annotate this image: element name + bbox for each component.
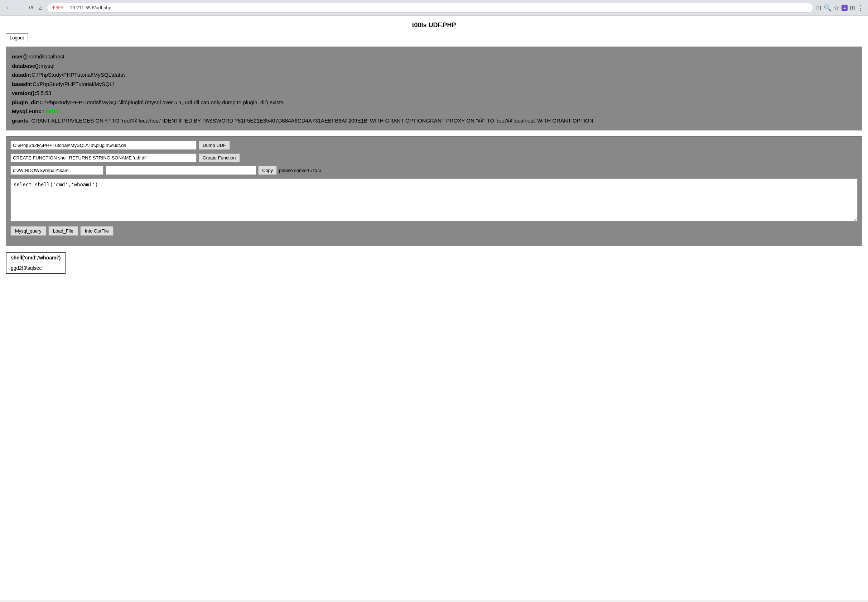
page-title: t00ls UDF.PHP [6, 22, 862, 29]
url-display: 10.211.55.6/udf.php [70, 5, 111, 11]
datadir-value: C:\PhpStudy\PHPTutorial\MySQL\data\ [32, 72, 125, 78]
load-file-button[interactable]: Load_File [48, 226, 78, 236]
mysql-func-value: exist! [46, 108, 60, 114]
star-icon[interactable]: ☆ [834, 4, 839, 12]
browser-actions: ⊡ 🔍 ☆ 4 ⊞ ⋮ [816, 4, 864, 12]
forward-button[interactable]: → [16, 4, 24, 12]
copy-src-input[interactable] [11, 166, 104, 175]
menu-icon[interactable]: ⋮ [857, 4, 864, 12]
tool-panel: Dump UDF Create Function Copy please con… [6, 136, 862, 246]
version-label: version(): [12, 90, 36, 96]
create-function-button[interactable]: Create Function [199, 154, 240, 162]
zoom-icon[interactable]: 🔍 [824, 4, 831, 12]
copy-dest-input[interactable] [106, 166, 256, 175]
database-value: mysql [40, 63, 54, 69]
basedir-label: basedir: [12, 81, 32, 87]
mysql-func-label: Mysql.Func [12, 108, 41, 114]
security-warning: 不安全 [52, 5, 64, 11]
plugin-dir-info: plugin_dir:C:\PhpStudy\PHPTutorial\MySQL… [12, 98, 856, 107]
plugin-dir-note: (mysql over 5.1, udf.dll can only dump t… [145, 99, 285, 105]
mysql-func-info: Mysql.Func : exist! [12, 107, 856, 116]
grants-value: : GRANT ALL PRIVILEGES ON *.* TO 'root'@… [28, 118, 593, 124]
action-buttons: Mysql_query Load_File Into OutFile [11, 226, 857, 236]
plugin-dir-value: C:\PhpStudy\PHPTutorial\MySQL\lib\plugin… [40, 99, 144, 105]
result-value: ggd2f3\sqlsec [6, 263, 65, 274]
database-info: database():mysql [12, 61, 856, 71]
logout-button[interactable]: Logout [6, 33, 28, 42]
grants-info: grants: GRANT ALL PRIVILEGES ON *.* TO '… [12, 116, 856, 125]
mysql-query-button[interactable]: Mysql_query [11, 226, 46, 236]
extension-icon[interactable]: 4 [842, 5, 848, 11]
dump-udf-row: Dump UDF [11, 141, 857, 150]
user-value: root@localhost [29, 54, 64, 60]
version-info: version():5.5.53 [12, 89, 856, 98]
home-button[interactable]: ⌂ [38, 4, 44, 12]
dump-udf-button[interactable]: Dump UDF [199, 141, 230, 150]
reload-button[interactable]: ↺ [27, 4, 35, 12]
page-content: t00ls UDF.PHP Logout user():root@localho… [0, 16, 868, 600]
datadir-info: datadir:C:\PhpStudy\PHPTutorial\MySQL\da… [12, 70, 856, 80]
copy-row: Copy please convert \ to \\ [11, 166, 857, 175]
create-function-row: Create Function [11, 154, 857, 162]
datadir-label: datadir: [12, 72, 32, 78]
screenshot-icon[interactable]: ⊡ [816, 4, 821, 12]
result-row: ggd2f3\sqlsec [6, 263, 65, 274]
into-outfile-button[interactable]: Into OutFile [80, 226, 113, 236]
query-textarea[interactable] [11, 178, 857, 221]
browser-chrome: ← → ↺ ⌂ 不安全 | 10.211.55.6/udf.php ⊡ 🔍 ☆ … [0, 0, 868, 16]
back-button[interactable]: ← [4, 4, 13, 12]
result-table: shell('cmd','whoami') ggd2f3\sqlsec [6, 252, 66, 274]
udf-path-input[interactable] [11, 141, 197, 150]
puzzle-icon[interactable]: ⊞ [850, 4, 855, 12]
info-panel: user():root@localhost database():mysql d… [6, 47, 862, 131]
basedir-value: C:/PhpStudy/PHPTutorial/MySQL/ [32, 81, 114, 87]
grants-label: grants [12, 118, 28, 124]
version-value: 5.5.53 [36, 90, 51, 96]
database-label: database(): [12, 63, 40, 69]
address-bar[interactable]: 不安全 | 10.211.55.6/udf.php [47, 3, 814, 12]
user-label: user(): [12, 54, 29, 60]
user-info: user():root@localhost [12, 52, 856, 61]
copy-hint: please convert \ to \\ [279, 168, 321, 173]
create-function-input[interactable] [11, 154, 197, 162]
plugin-dir-label: plugin_dir: [12, 99, 40, 105]
result-header: shell('cmd','whoami') [6, 252, 65, 263]
copy-button[interactable]: Copy [258, 166, 277, 175]
basedir-info: basedir:C:/PhpStudy/PHPTutorial/MySQL/ [12, 80, 856, 89]
